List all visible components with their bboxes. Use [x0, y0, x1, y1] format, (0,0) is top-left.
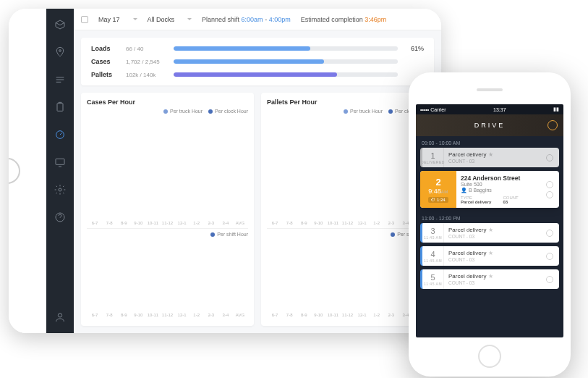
progress-bar — [174, 59, 398, 64]
list-icon[interactable] — [54, 74, 66, 85]
svg-point-4 — [59, 188, 61, 191]
steering-wheel-icon[interactable] — [547, 120, 558, 130]
sidebar — [46, 9, 74, 333]
time-section-label: 11:00 - 12:00 PM — [416, 211, 563, 223]
phone-speaker — [477, 88, 503, 91]
progress-bar — [174, 46, 398, 51]
est-completion-label: Estimated completion 3:46pm — [301, 16, 387, 23]
planned-shift-label: Planned shift 6:00am - 4:00pm — [202, 16, 291, 23]
date-selector[interactable]: May 17 — [98, 16, 137, 23]
svg-rect-3 — [56, 159, 64, 164]
phone-app-header: DRIVE — [416, 114, 563, 136]
help-icon[interactable] — [54, 211, 66, 223]
topbar: May 17 All Docks Planned shift 6:00am - … — [74, 9, 441, 30]
calendar-icon[interactable] — [81, 16, 88, 23]
svg-rect-1 — [57, 104, 63, 112]
delivery-item[interactable]: 29:48AM⏱ 1:24 224 Anderson StreetSuite 5… — [420, 171, 559, 208]
phone-status-bar: ••••• Carrier13:37▮▮ — [416, 104, 563, 114]
progress-row-pallets: Pallets 102k / 140k — [91, 71, 424, 78]
delivery-item[interactable]: 411:45 AM Parcel delivery ★COUNT - 03 — [420, 246, 559, 266]
tablet-device: May 17 All Docks Planned shift 6:00am - … — [9, 9, 441, 333]
pin-icon[interactable] — [54, 46, 66, 58]
time-section-label: 09:00 - 10:00 AM — [416, 136, 563, 148]
user-icon[interactable] — [54, 311, 66, 323]
progress-bar — [174, 72, 398, 77]
delivery-item[interactable]: 311:45 AM Parcel delivery ★COUNT - 03 — [420, 223, 559, 243]
gear-icon[interactable] — [54, 184, 66, 196]
progress-row-cases: Cases 1,702 / 2,545 — [91, 58, 424, 65]
monitor-icon[interactable] — [54, 156, 66, 168]
delivery-item[interactable]: 1DELIVERED Parcel delivery ★COUNT - 03 — [420, 148, 559, 167]
progress-panel: Loads 66 / 40 61% Cases 1,702 / 2,545 Pa… — [81, 38, 434, 85]
chart-card: Cases Per Hour Per truck HourPer clock H… — [81, 93, 254, 326]
phone-device: ••••• Carrier13:37▮▮ DRIVE 09:00 - 10:00… — [409, 72, 571, 377]
svg-point-6 — [58, 314, 61, 317]
progress-row-loads: Loads 66 / 40 61% — [91, 45, 424, 52]
clipboard-icon[interactable] — [54, 101, 66, 113]
cube-icon[interactable] — [54, 19, 66, 30]
gauge-icon[interactable] — [54, 129, 66, 140]
dock-selector[interactable]: All Docks — [148, 16, 192, 23]
delivery-item[interactable]: 511:45 AM Parcel delivery ★COUNT - 03 — [420, 269, 559, 289]
svg-point-0 — [59, 50, 61, 52]
phone-home-button[interactable] — [478, 345, 501, 368]
